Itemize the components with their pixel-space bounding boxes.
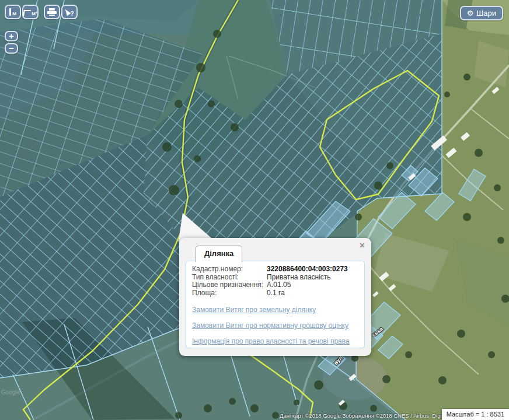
measure-tools-group: М М²: [5, 5, 39, 19]
cadastral-map-app: ська вул Google М М² ?: [0, 0, 509, 420]
google-watermark: Google: [1, 389, 20, 396]
map-attribution: Дані карт ©2018 Google Зображення ©2018 …: [280, 412, 462, 419]
field-label: Площа:: [192, 289, 267, 298]
map-toolbar: М М² ?: [5, 5, 78, 19]
popup-close-button[interactable]: ×: [360, 241, 365, 250]
tab-dilyanka[interactable]: Ділянка: [196, 246, 242, 262]
zoom-out-button[interactable]: −: [5, 43, 18, 54]
parcel-info-popup: Ділянка × Кадастр.номер: 3220886400:04:0…: [179, 238, 371, 356]
field-label: Цільове призначення:: [192, 281, 267, 289]
layers-button[interactable]: ⚙ Шари: [460, 6, 503, 20]
field-row-ownership-type: Тип власності: Приватна власність: [192, 274, 358, 282]
link-order-extract-valuation[interactable]: Замовити Витяг про нормативну грошову оц…: [192, 321, 358, 330]
meter-unit-label: М: [12, 12, 16, 16]
field-value: 0.1 га: [267, 289, 285, 298]
field-label: Кадастр.номер:: [192, 265, 267, 274]
field-value: А.01.05: [267, 281, 291, 289]
link-ownership-rights-info[interactable]: Інформація про право власності та речові…: [192, 337, 358, 345]
measure-area-button[interactable]: М²: [22, 5, 39, 19]
zoom-controls: + −: [5, 31, 18, 54]
field-row-cadastral-number: Кадастр.номер: 3220886400:04:003:0273: [192, 265, 358, 274]
printer-icon: [47, 8, 57, 16]
measure-length-button[interactable]: М: [5, 5, 21, 19]
field-value: 3220886400:04:003:0273: [267, 265, 348, 274]
question-mark-label: ?: [70, 10, 74, 17]
identify-button[interactable]: ?: [61, 5, 78, 19]
square-meter-unit-label: М²: [32, 12, 37, 16]
link-order-extract-parcel[interactable]: Замовити Витяг про земельну ділянку: [192, 306, 358, 314]
scale-indicator: Масштаб = 1 : 8531: [442, 409, 509, 420]
parcel-info-panel: Кадастр.номер: 3220886400:04:003:0273 Ти…: [186, 261, 365, 348]
gear-icon: ⚙: [467, 9, 474, 17]
map-canvas[interactable]: ська вул Google: [0, 0, 509, 420]
zoom-in-button[interactable]: +: [5, 31, 18, 41]
field-value: Приватна власність: [267, 274, 331, 282]
field-row-designated-purpose: Цільове призначення: А.01.05: [192, 281, 358, 289]
field-label: Тип власності:: [192, 274, 267, 282]
ruler-icon: [9, 8, 11, 16]
layers-button-label: Шари: [476, 9, 496, 18]
action-tools-group: ?: [44, 5, 78, 19]
print-button[interactable]: [44, 5, 60, 19]
area-icon: [23, 10, 31, 16]
field-row-area: Площа: 0.1 га: [192, 289, 358, 298]
